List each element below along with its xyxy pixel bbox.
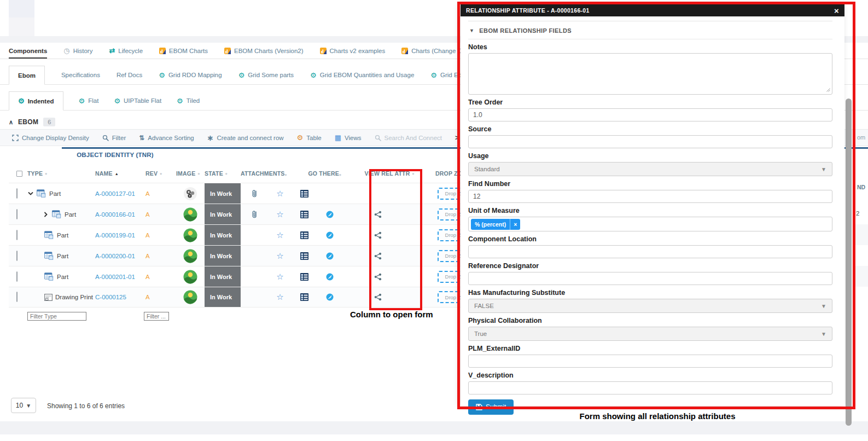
modal-header: RELATIONSHIP ATTRIBUTE - A-0000166-01 × (461, 4, 844, 16)
ebom-relationship-fields-section[interactable]: ▼ EBOM RELATIONSHIP FIELDS (468, 21, 832, 39)
part-icon (44, 231, 54, 240)
column-header-attachments[interactable]: ATTACHMENTS◆ (241, 170, 287, 177)
entries-summary: Showing 1 to 6 of 6 entries (47, 402, 125, 410)
tab-tiled[interactable]: ⚙Tiled (177, 91, 200, 110)
go-there-icon[interactable] (326, 211, 334, 218)
filter-type-input[interactable] (27, 312, 86, 321)
column-header-rev[interactable]: REV◆ (145, 170, 176, 177)
tab-indented[interactable]: ⚙Indented (9, 91, 63, 111)
tab-uiptable-flat[interactable]: ⚙UIPTable Flat (114, 91, 161, 110)
usage-select[interactable]: Standard ▼ (468, 162, 832, 176)
chevron-right-icon[interactable] (43, 211, 49, 218)
change-display-density-button[interactable]: Change Display Density (12, 135, 89, 141)
source-input[interactable] (468, 135, 832, 148)
go-there-icon[interactable] (326, 273, 334, 281)
state-badge: In Work (205, 246, 241, 266)
gears-icon: ⚙ (114, 97, 120, 105)
name-link[interactable]: A-0000199-01 (95, 232, 145, 239)
search-and-connect-button[interactable]: Search And Connect (375, 135, 442, 141)
details-icon[interactable] (300, 293, 308, 301)
tab-components[interactable]: Components (9, 43, 47, 59)
tab-grid-rdo-mapping[interactable]: ⚙Grid RDO Mapping (159, 66, 222, 84)
tab-label: Ref Docs (116, 72, 142, 78)
tab-lifecycle[interactable]: ⇄Lifecycle (109, 43, 143, 59)
footer-band (0, 421, 868, 434)
find-number-input[interactable] (468, 190, 832, 203)
column-header-image[interactable]: IMAGE◆ (176, 170, 205, 177)
star-icon[interactable]: ☆ (276, 292, 283, 302)
select-all-checkbox[interactable] (16, 171, 22, 177)
details-icon[interactable] (300, 231, 308, 239)
go-there-icon[interactable] (326, 293, 334, 301)
tab-charts-v2-examples[interactable]: Charts v2 examples (320, 43, 386, 59)
star-icon[interactable]: ☆ (276, 251, 283, 261)
tab-ebom[interactable]: Ebom (9, 66, 45, 85)
toolbar-label: Change Display Density (22, 135, 89, 141)
star-icon[interactable]: ☆ (276, 230, 283, 240)
go-there-icon[interactable] (326, 231, 334, 239)
close-icon[interactable]: × (834, 7, 839, 15)
table-button[interactable]: ⚙Table (297, 134, 322, 141)
plm-externalid-input[interactable] (468, 355, 832, 368)
tab-ref-docs[interactable]: Ref Docs (116, 66, 142, 84)
row-checkbox[interactable] (16, 292, 18, 302)
notes-textarea[interactable] (468, 53, 832, 95)
name-link[interactable]: C-0000125 (95, 294, 145, 300)
column-header-name[interactable]: NAME▲ (95, 170, 145, 177)
tab-flat[interactable]: ⚙Flat (79, 91, 99, 110)
details-icon[interactable] (300, 190, 308, 198)
save-icon (476, 404, 482, 410)
advance-sorting-button[interactable]: ⇅Advance Sorting (139, 135, 194, 141)
caret-down-icon: ▼ (821, 303, 826, 309)
row-checkbox[interactable] (16, 209, 18, 219)
column-header-type[interactable]: TYPE◆ (27, 170, 95, 177)
tab-grid-some-parts[interactable]: ⚙Grid Some parts (238, 66, 294, 84)
tab-history[interactable]: ◷History (63, 43, 92, 59)
star-icon[interactable]: ☆ (276, 210, 283, 219)
row-checkbox[interactable] (16, 271, 18, 282)
collapse-section-icon[interactable]: ∧ (9, 119, 13, 126)
star-icon[interactable]: ☆ (276, 189, 283, 199)
table-row: Part A-0000201-01 A In Work ☆ Drop Zone (9, 266, 497, 287)
details-icon[interactable] (300, 211, 308, 218)
go-there-icon[interactable] (326, 252, 334, 260)
remove-tag-icon[interactable]: × (510, 219, 520, 230)
toolbar-label: Filter (112, 135, 126, 141)
submit-button[interactable]: Submit (468, 399, 514, 415)
resize-handle-icon[interactable] (826, 88, 831, 92)
page-scrollbar[interactable] (846, 98, 852, 426)
name-link[interactable]: A-0000127-01 (95, 190, 145, 197)
row-checkbox[interactable] (16, 251, 18, 261)
component-location-input[interactable] (468, 245, 832, 258)
tab-specifications[interactable]: Specifications (61, 66, 100, 84)
views-button[interactable]: ▦Views (335, 134, 362, 141)
physical-collaboration-select[interactable]: True ▼ (468, 327, 832, 341)
tab-grid-ebom-quantities[interactable]: ⚙Grid EBOM Quantities and Usage (310, 66, 414, 84)
row-checkbox[interactable] (16, 188, 18, 199)
column-header-go-there[interactable]: GO THERE◆ (308, 170, 342, 177)
page-size-select[interactable]: 10 ▼ (11, 398, 36, 413)
details-icon[interactable] (300, 273, 308, 281)
rev-value: A (145, 274, 176, 280)
name-link[interactable]: A-0000200-01 (95, 253, 145, 259)
v-description-input[interactable] (468, 381, 832, 394)
field-label-plm-externalid: PLM_ExternalID (468, 345, 832, 352)
row-checkbox[interactable] (16, 230, 18, 240)
paperclip-icon (251, 189, 258, 198)
filter-name-input[interactable] (144, 312, 169, 321)
chevron-down-icon[interactable] (27, 190, 34, 197)
unit-of-measure-field[interactable]: % (percent) × (468, 217, 832, 231)
tree-order-input[interactable] (468, 108, 832, 121)
filter-button[interactable]: Filter (102, 135, 126, 141)
table-row: Part A-0000199-01 A In Work ☆ Drop Zone (9, 224, 497, 245)
column-header-state[interactable]: STATE◆ (205, 170, 241, 177)
tab-ebom-charts[interactable]: EBOM Charts (159, 43, 208, 59)
create-and-connect-row-button[interactable]: ∗Create and connect row (207, 134, 284, 142)
has-manufacturing-substitute-select[interactable]: FALSE ▼ (468, 299, 832, 313)
tab-ebom-charts-v2[interactable]: EBOM Charts (Version2) (224, 43, 304, 59)
reference-designator-input[interactable] (468, 272, 832, 285)
details-icon[interactable] (300, 252, 308, 260)
name-link[interactable]: A-0000166-01 (95, 211, 145, 218)
star-icon[interactable]: ☆ (276, 272, 283, 282)
name-link[interactable]: A-0000201-01 (95, 274, 145, 280)
